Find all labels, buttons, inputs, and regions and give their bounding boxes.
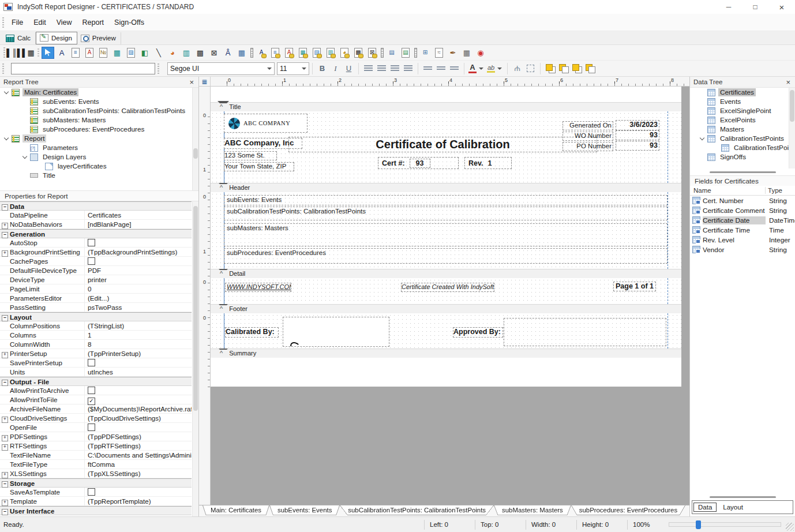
property-row[interactable]: Data (0, 201, 192, 211)
data-tree-item[interactable]: Events (690, 97, 795, 106)
grid-tool[interactable]: ▦ (460, 47, 473, 59)
property-row[interactable]: Layout (0, 312, 192, 321)
expander-chevron-icon[interactable] (699, 134, 707, 143)
bring-to-front-button[interactable] (543, 62, 557, 75)
calibrated-by-label[interactable]: Calibrated By: (225, 327, 279, 338)
data-tree-scrollbar[interactable] (789, 88, 795, 168)
expand-icon[interactable] (0, 312, 10, 321)
subreport-events[interactable]: subEvents: Events (224, 195, 667, 205)
property-row[interactable]: Template (TppReportTemplate) (0, 497, 192, 506)
property-value[interactable]: ftComma (85, 460, 192, 469)
property-value[interactable]: (TppPDFSettings) (85, 432, 192, 441)
underline-button[interactable]: U (342, 62, 355, 75)
map-tool[interactable]: ◉ (474, 47, 487, 59)
field-row[interactable]: Vendor String (690, 245, 795, 254)
property-value[interactable] (85, 238, 192, 247)
band-collapse-caret[interactable] (217, 268, 229, 277)
dbmemo-tool[interactable]: ≡ (269, 47, 282, 59)
dbimage-tool[interactable]: ▨ (310, 47, 323, 59)
expand-icon[interactable] (0, 220, 10, 229)
property-value[interactable]: C:\Documents and Settings\Administra (85, 451, 192, 459)
align-bottom-button[interactable] (448, 62, 461, 75)
rev-value[interactable]: 1 (487, 159, 492, 167)
expand-icon[interactable] (0, 377, 10, 386)
property-value[interactable]: psTwoPass (85, 303, 192, 312)
expander-chevron-icon[interactable] (3, 134, 12, 143)
data-tree-item[interactable]: CalibrationTestPoints (690, 134, 795, 143)
band-collapse-caret[interactable] (217, 101, 229, 110)
menu-item[interactable]: Sign-Offs (109, 16, 149, 29)
cert-number-value[interactable]: 93 (410, 159, 430, 168)
bold-button[interactable]: B (316, 62, 329, 75)
align-left-button[interactable] (362, 62, 375, 75)
property-value[interactable]: (TStringList) (85, 321, 192, 330)
expander-chevron-icon[interactable] (3, 88, 12, 96)
data-tree-item[interactable]: ExcelSinglePoint (690, 106, 795, 115)
wo-number-value[interactable]: 93 (616, 130, 659, 140)
dbcheckbox-tool[interactable]: ⊠ (366, 47, 378, 59)
property-row[interactable]: NoDataBehaviors [ndBlankPage] (0, 220, 192, 229)
font-color-button[interactable]: A (467, 62, 485, 75)
fields-type-column-header[interactable]: Type (766, 187, 795, 194)
properties-scrollbar[interactable] (192, 201, 198, 516)
close-icon[interactable]: × (188, 78, 195, 87)
line-tool[interactable]: ╲ (152, 47, 165, 59)
expand-icon[interactable] (0, 229, 10, 238)
property-value[interactable] (85, 257, 192, 265)
property-row[interactable]: Generation (0, 229, 192, 238)
property-row[interactable]: XLSSettings (TppXLSSettings) (0, 469, 192, 478)
title-band[interactable]: ABC COMPANY ABC Company, Inc 123 Some St… (211, 111, 681, 183)
report-tree-item[interactable]: Design Layers (0, 152, 198, 162)
property-row[interactable]: ParametersEditor (Edit...) (0, 294, 192, 303)
certificate-title-element[interactable]: Certificate of Calibration (288, 137, 597, 152)
property-value[interactable]: PDF (85, 266, 192, 275)
report-tree-item[interactable]: Main: Certificates (0, 88, 198, 97)
property-row[interactable]: CachePages (0, 257, 192, 266)
subreport-procedures[interactable]: subProcedures: EventProcedures (224, 248, 667, 264)
menu-item[interactable]: Report (77, 16, 110, 29)
region-tool[interactable]: ▤ (385, 47, 398, 59)
report-canvas[interactable]: Title ABC COMPANY ABC Company, Inc 123 S… (211, 87, 689, 505)
detail-band[interactable]: WWW.INDYSOFT.COM Certificate Created Wit… (211, 278, 681, 304)
expand-icon[interactable] (0, 469, 10, 478)
rev-element[interactable]: Rev. 1 (464, 157, 512, 169)
highlight-color-button[interactable]: ab (485, 62, 504, 75)
property-value[interactable]: (TppRTFSettings) (85, 441, 192, 450)
detail-band-header[interactable]: Detail (211, 269, 681, 278)
paintbrush-tool[interactable]: ✒ (447, 47, 459, 59)
zoom-slider-handle[interactable] (696, 520, 701, 529)
property-row[interactable]: OpenFile (0, 423, 192, 432)
summary-band-header[interactable]: Summary (211, 349, 681, 358)
send-backward-button[interactable] (583, 62, 597, 75)
data-tree-item[interactable]: ExcelPoints (690, 115, 795, 125)
richtext-tool[interactable]: A (83, 47, 96, 59)
property-row[interactable]: User Interface (0, 506, 192, 515)
expand-icon[interactable] (0, 201, 10, 211)
menu-item[interactable]: File (6, 16, 28, 29)
expand-icon[interactable] (0, 506, 10, 515)
field-row[interactable]: Certificate Time Time (690, 225, 795, 235)
band-collapse-caret[interactable] (217, 303, 229, 312)
property-row[interactable]: ColumnPositions (TStringList) (0, 321, 192, 331)
property-row[interactable]: CloudDriveSettings (TppCloudDriveSetting… (0, 414, 192, 423)
property-value[interactable]: (TppReportTemplate) (85, 497, 192, 505)
label-tool[interactable]: A (55, 47, 68, 59)
crosstab-tool[interactable]: ⊞ (419, 47, 432, 59)
po-number-label[interactable]: PO Number (562, 142, 613, 151)
report-tree-scrollbar[interactable] (192, 88, 198, 190)
expand-icon[interactable] (0, 441, 10, 451)
chart-tool[interactable]: ◕ (166, 47, 179, 59)
band-collapse-caret[interactable] (217, 182, 229, 191)
fields-name-column-header[interactable]: Name (690, 187, 766, 194)
align-middle-button[interactable] (434, 62, 448, 75)
align-center-button[interactable] (375, 62, 388, 75)
property-row[interactable]: ColumnWidth 8 (0, 340, 192, 349)
border-button[interactable] (524, 62, 537, 75)
barcode-lines-icon[interactable]: ▌║▌ (8, 47, 21, 59)
report-tree-item[interactable]: Parameters (0, 143, 198, 152)
field-row[interactable]: Certificate Date DateTime (690, 215, 795, 225)
property-row[interactable]: SaveAsTemplate (0, 488, 192, 497)
data-tree-item[interactable]: CalibrationTestPoints (690, 143, 795, 152)
property-value[interactable] (85, 395, 192, 405)
table-grid-tool[interactable]: ▦ (235, 47, 248, 59)
